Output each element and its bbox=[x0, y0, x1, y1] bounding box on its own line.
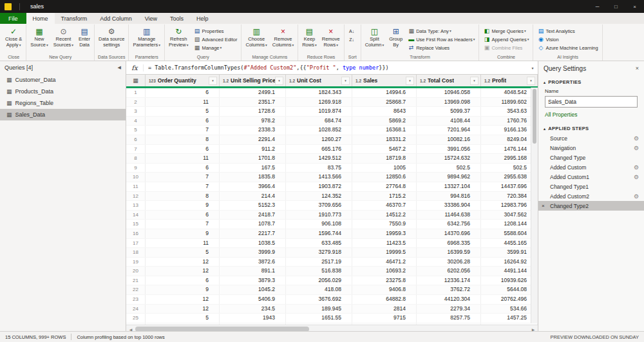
row-number[interactable]: 7 bbox=[126, 145, 146, 154]
applied-step-source[interactable]: Source⚙ bbox=[538, 133, 644, 143]
merge-queries-button[interactable]: ◧Merge Queries▾ bbox=[481, 27, 531, 35]
vision-button[interactable]: ◉Vision bbox=[535, 35, 600, 43]
column-header-unit-selling-price[interactable]: 1.2Unit Selling Price▾ bbox=[220, 75, 286, 86]
gear-icon[interactable]: ⚙ bbox=[634, 174, 639, 180]
sort-za-button[interactable]: Z↓ bbox=[346, 35, 359, 43]
column-header-sales[interactable]: 1.2Sales▾ bbox=[352, 75, 417, 86]
manage-button[interactable]: ▦Manage▾ bbox=[191, 44, 239, 52]
tab-help[interactable]: Help bbox=[190, 13, 215, 24]
row-number[interactable]: 11 bbox=[126, 182, 146, 191]
row-number[interactable]: 20 bbox=[126, 267, 146, 276]
data-type-any-button[interactable]: ▦Data Type: Any▾ bbox=[406, 27, 477, 35]
applied-steps-section-header[interactable]: ▴ APPLIED STEPS bbox=[538, 122, 644, 133]
row-number[interactable]: 14 bbox=[126, 211, 146, 220]
gear-icon[interactable]: ⚙ bbox=[634, 135, 639, 142]
select-all-corner[interactable]: ▦ bbox=[126, 75, 146, 86]
remove-columns-button[interactable]: ×RemoveColumns▾ bbox=[270, 25, 296, 48]
tab-file[interactable]: File bbox=[0, 13, 26, 24]
minimize-button[interactable]: ─ bbox=[588, 0, 607, 13]
row-number[interactable]: 4 bbox=[126, 117, 146, 126]
azure-machine-learning-button[interactable]: ◇Azure Machine Learning bbox=[535, 44, 600, 52]
group-by-button[interactable]: ⊞GroupBy bbox=[387, 25, 404, 48]
applied-step-navigation[interactable]: Navigation⚙ bbox=[538, 143, 644, 153]
applied-step-added-custom2[interactable]: Added Custom2⚙ bbox=[538, 191, 644, 201]
scroll-right-icon[interactable]: ▶ bbox=[529, 327, 538, 332]
close-button[interactable]: × bbox=[625, 0, 644, 13]
collapse-pane-icon[interactable]: ◀ bbox=[118, 65, 121, 70]
column-filter-button[interactable]: ▾ bbox=[406, 77, 414, 85]
row-number[interactable]: 15 bbox=[126, 220, 146, 229]
row-number[interactable]: 22 bbox=[126, 285, 146, 294]
column-filter-button[interactable]: ▾ bbox=[470, 77, 478, 85]
close-pane-icon[interactable]: × bbox=[636, 65, 639, 71]
applied-step-added-custom1[interactable]: Added Custom1⚙ bbox=[538, 172, 644, 182]
column-filter-button[interactable]: ▾ bbox=[275, 77, 283, 85]
vertical-scrollbar[interactable] bbox=[531, 88, 538, 323]
row-number[interactable]: 1 bbox=[126, 88, 146, 97]
all-properties-link[interactable]: All Properties bbox=[538, 109, 644, 122]
refresh-preview-button[interactable]: ↻RefreshPreview▾ bbox=[167, 25, 190, 48]
tab-tools[interactable]: Tools bbox=[164, 13, 190, 24]
row-number[interactable]: 12 bbox=[126, 192, 146, 201]
query-item-customer-data[interactable]: ▦Customer_Data bbox=[0, 74, 126, 86]
row-number[interactable]: 10 bbox=[126, 173, 146, 182]
new-source-button[interactable]: ▦NewSource▾ bbox=[28, 25, 50, 48]
applied-step-added-custom[interactable]: Added Custom⚙ bbox=[538, 162, 644, 172]
row-number[interactable]: 16 bbox=[126, 229, 146, 238]
column-header-total-cost[interactable]: 1.2Total Cost▾ bbox=[417, 75, 481, 86]
query-name-input[interactable] bbox=[545, 96, 638, 108]
row-number[interactable]: 25 bbox=[126, 314, 146, 323]
tab-add-column[interactable]: Add Column bbox=[93, 13, 138, 24]
query-item-sales-data[interactable]: ▦Sales_Data bbox=[0, 109, 126, 120]
applied-step-changed-type1[interactable]: Changed Type1 bbox=[538, 182, 644, 191]
status-profiling-info[interactable]: Column profiling based on top 1000 rows bbox=[71, 334, 169, 340]
remove-rows-button[interactable]: ×RemoveRows▾ bbox=[320, 25, 342, 48]
split-column-button[interactable]: ◫SplitColumn▾ bbox=[363, 25, 386, 48]
column-filter-button[interactable]: ▾ bbox=[341, 77, 350, 85]
horizontal-scrollbar[interactable]: ◀ ▶ bbox=[126, 325, 538, 331]
properties-section-header[interactable]: ▴ PROPERTIES bbox=[538, 75, 644, 87]
row-number[interactable]: 3 bbox=[126, 107, 146, 116]
data-source-settings-button[interactable]: ⚙Data sourcesettings bbox=[97, 25, 126, 48]
delete-step-icon[interactable]: × bbox=[542, 203, 550, 209]
manage-parameters-button[interactable]: ▥ManageParameters▾ bbox=[131, 25, 162, 48]
choose-columns-button[interactable]: ▥ChooseColumns▾ bbox=[243, 25, 269, 48]
row-number[interactable]: 19 bbox=[126, 258, 146, 267]
text-analytics-button[interactable]: ▤Text Analytics bbox=[535, 27, 600, 35]
applied-step-changed-type[interactable]: Changed Type bbox=[538, 153, 644, 162]
recent-sources-button[interactable]: ⊙RecentSources▾ bbox=[52, 25, 75, 48]
gear-icon[interactable]: ⚙ bbox=[634, 145, 639, 151]
column-header-order-quantity[interactable]: 123Order Quantity▾ bbox=[146, 75, 220, 86]
keep-rows-button[interactable]: ▤KeepRows▾ bbox=[300, 25, 319, 48]
scroll-left-icon[interactable]: ◀ bbox=[126, 327, 135, 332]
row-number[interactable]: 5 bbox=[126, 126, 146, 135]
row-number[interactable]: 24 bbox=[126, 305, 146, 314]
query-item-regions-table[interactable]: ▦Regions_Table bbox=[0, 97, 126, 109]
maximize-button[interactable]: □ bbox=[607, 0, 625, 13]
append-queries-button[interactable]: ◨Append Queries▾ bbox=[481, 35, 531, 43]
replace-values-button[interactable]: ⇄Replace Values bbox=[406, 44, 477, 52]
column-header-profit[interactable]: 1.2Profit▾ bbox=[481, 75, 538, 86]
gear-icon[interactable]: ⚙ bbox=[634, 164, 639, 171]
sort-az-button[interactable]: A↓ bbox=[346, 27, 359, 35]
column-filter-button[interactable]: ▾ bbox=[209, 77, 217, 85]
applied-step-changed-type2[interactable]: ×Changed Type2 bbox=[538, 201, 644, 211]
properties-button[interactable]: ▤Properties bbox=[191, 27, 239, 35]
row-number[interactable]: 9 bbox=[126, 164, 146, 173]
gear-icon[interactable]: ⚙ bbox=[634, 193, 639, 200]
use-first-row-as-headers-button[interactable]: ▬Use First Row as Headers▾ bbox=[406, 35, 477, 43]
query-item-products-data[interactable]: ▦Products_Data bbox=[0, 86, 126, 97]
row-number[interactable]: 17 bbox=[126, 239, 146, 248]
row-number[interactable]: 21 bbox=[126, 276, 146, 285]
column-header-unit-cost[interactable]: 1.2Unit Cost▾ bbox=[286, 75, 352, 86]
row-number[interactable]: 2 bbox=[126, 98, 146, 107]
horizontal-scroll-thumb[interactable] bbox=[135, 327, 309, 331]
vertical-scroll-thumb[interactable] bbox=[533, 89, 536, 144]
row-number[interactable]: 23 bbox=[126, 295, 146, 304]
formula-input[interactable]: = Table.TransformColumnTypes(#"Added Cus… bbox=[144, 64, 527, 71]
enter-data-button[interactable]: ▤EnterData bbox=[77, 25, 92, 48]
advanced-editor-button[interactable]: ▧Advanced Editor bbox=[191, 35, 239, 43]
row-number[interactable]: 18 bbox=[126, 248, 146, 257]
formula-expand-icon[interactable]: ▾ bbox=[527, 66, 538, 70]
row-number[interactable]: 8 bbox=[126, 154, 146, 163]
